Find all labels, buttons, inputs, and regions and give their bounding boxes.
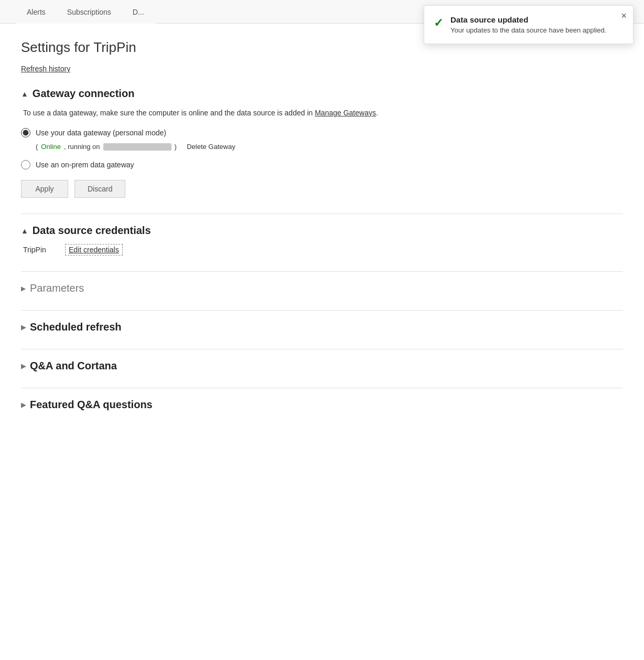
credentials-section-title: Data source credentials [33, 225, 151, 237]
radio-personal-input[interactable] [21, 128, 30, 137]
scheduled-refresh-header[interactable]: ▶ Scheduled refresh [21, 321, 623, 333]
featured-qa-header[interactable]: ▶ Featured Q&A questions [21, 399, 623, 411]
featured-qa-expand-arrow: ▶ [21, 401, 26, 409]
divider-1 [21, 214, 623, 214]
toast-title: Data source updated [450, 15, 620, 24]
tab-other[interactable]: D... [122, 0, 155, 24]
parameters-section: ▶ Parameters [21, 282, 623, 294]
gateway-connection-section: ▲ Gateway connection To use a data gatew… [21, 88, 623, 198]
scheduled-refresh-title: Scheduled refresh [30, 321, 122, 333]
discard-button[interactable]: Discard [74, 180, 125, 198]
refresh-history-link[interactable]: Refresh history [21, 65, 70, 73]
gateway-status-row: (Online, running on ) Delete Gateway [36, 143, 623, 151]
toast-message: Your updates to the data source have bee… [450, 26, 620, 34]
radio-on-prem-input[interactable] [21, 160, 30, 169]
qa-cortana-expand-arrow: ▶ [21, 363, 26, 370]
gateway-description: To use a data gateway, make sure the com… [23, 107, 623, 119]
divider-2 [21, 271, 623, 272]
apply-button[interactable]: Apply [21, 180, 68, 198]
credentials-row: TripPin Edit credentials [23, 244, 623, 256]
radio-on-prem-label: Use an on-prem data gateway [36, 161, 134, 169]
qa-cortana-section: ▶ Q&A and Cortana [21, 360, 623, 372]
toast-close-button[interactable]: × [621, 11, 627, 20]
status-running-on: , running on [64, 143, 100, 151]
scheduled-refresh-expand-arrow: ▶ [21, 324, 26, 331]
divider-5 [21, 388, 623, 388]
edit-credentials-link[interactable]: Edit credentials [65, 244, 123, 256]
gateway-button-row: Apply Discard [21, 180, 623, 198]
gateway-section-header[interactable]: ▲ Gateway connection [21, 88, 623, 100]
credentials-section: ▲ Data source credentials TripPin Edit c… [21, 225, 623, 256]
divider-3 [21, 310, 623, 311]
manage-gateways-link[interactable]: Manage Gateways [315, 109, 376, 117]
credentials-collapse-arrow: ▲ [21, 227, 28, 235]
source-name-label: TripPin [23, 246, 55, 254]
tab-subscriptions[interactable]: Subscriptions [56, 0, 122, 24]
parameters-expand-arrow: ▶ [21, 285, 26, 292]
qa-cortana-header[interactable]: ▶ Q&A and Cortana [21, 360, 623, 372]
parameters-section-title: Parameters [30, 282, 84, 294]
featured-qa-section: ▶ Featured Q&A questions [21, 399, 623, 411]
credentials-section-header[interactable]: ▲ Data source credentials [21, 225, 623, 237]
checkmark-icon: ✓ [434, 16, 443, 30]
divider-4 [21, 349, 623, 349]
radio-personal-mode[interactable]: Use your data gateway (personal mode) [21, 128, 623, 137]
status-close-paren: ) [175, 143, 177, 151]
qa-cortana-title: Q&A and Cortana [30, 360, 117, 372]
main-content: Settings for TripPin Refresh history ▲ G… [0, 24, 644, 442]
tab-alerts[interactable]: Alerts [16, 0, 56, 24]
gateway-section-title: Gateway connection [33, 88, 135, 100]
featured-qa-title: Featured Q&A questions [30, 399, 153, 411]
radio-personal-label: Use your data gateway (personal mode) [36, 129, 166, 137]
online-status: Online [41, 143, 61, 151]
toast-content: Data source updated Your updates to the … [450, 15, 620, 34]
scheduled-refresh-section: ▶ Scheduled refresh [21, 321, 623, 333]
status-open-paren: ( [36, 143, 38, 151]
gateway-collapse-arrow: ▲ [21, 90, 28, 98]
parameters-section-header[interactable]: ▶ Parameters [21, 282, 623, 294]
delete-gateway-link[interactable]: Delete Gateway [187, 143, 235, 151]
toast-notification: ✓ Data source updated Your updates to th… [424, 5, 634, 44]
radio-on-prem[interactable]: Use an on-prem data gateway [21, 160, 623, 169]
redacted-hostname [103, 143, 171, 151]
